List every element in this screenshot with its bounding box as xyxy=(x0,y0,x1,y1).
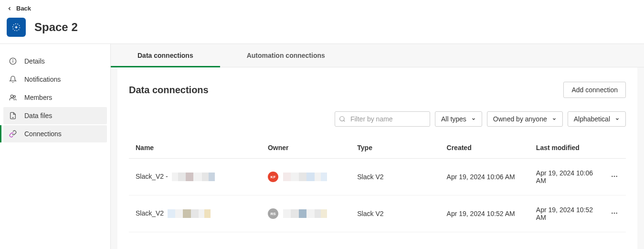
sidebar-item-members[interactable]: Members xyxy=(3,89,107,106)
cell-name: Slack_V2 - xyxy=(129,159,263,195)
more-actions-button[interactable] xyxy=(611,173,621,180)
dropdown-label: Owned by anyone xyxy=(493,115,547,123)
redacted-text xyxy=(283,173,327,181)
sidebar-item-details[interactable]: Details xyxy=(3,53,107,70)
content-area: Data connections Automation connections … xyxy=(111,44,644,249)
filter-type-dropdown[interactable]: All types xyxy=(435,111,482,127)
page-header: Back Space 2 xyxy=(0,0,644,44)
connections-panel: Data connections Add connection All type… xyxy=(117,67,637,249)
back-label: Back xyxy=(16,5,31,12)
svg-point-4 xyxy=(11,95,13,97)
redacted-text xyxy=(172,173,215,181)
cell-modified: Apr 19, 2024 10:52 AM xyxy=(531,195,606,232)
dropdown-label: Alphabetical xyxy=(574,115,610,123)
chevron-down-icon xyxy=(615,117,620,121)
connections-table: Name Owner Type Created Last modified Sl… xyxy=(129,137,626,232)
sidebar-item-connections[interactable]: Connections xyxy=(3,125,107,142)
dots-horizontal-icon xyxy=(611,209,618,217)
back-button[interactable]: Back xyxy=(7,5,637,12)
tab-label: Automation connections xyxy=(247,52,325,59)
tabs: Data connections Automation connections xyxy=(111,44,644,67)
panel-title: Data connections xyxy=(129,85,209,96)
sidebar-item-label: Members xyxy=(24,94,52,101)
redacted-text xyxy=(168,209,211,218)
svg-point-12 xyxy=(612,212,613,214)
avatar: KF xyxy=(268,172,278,182)
space-title-row: Space 2 xyxy=(7,18,637,37)
svg-point-5 xyxy=(13,96,15,97)
cell-modified: Apr 19, 2024 10:06 AM xyxy=(531,159,606,195)
sidebar-item-label: Connections xyxy=(24,130,62,138)
space-icon xyxy=(7,18,26,37)
filters-row: All types Owned by anyone Alphabetical xyxy=(129,111,626,127)
table-row[interactable]: Slack_V2 - KF Slack V2 Apr 19 xyxy=(129,159,626,195)
space-title: Space 2 xyxy=(34,21,78,34)
svg-point-7 xyxy=(340,117,344,121)
svg-point-9 xyxy=(612,175,613,177)
sidebar-item-data-files[interactable]: Data files xyxy=(3,107,107,124)
avatar: RS xyxy=(268,208,278,219)
column-header-owner[interactable]: Owner xyxy=(263,137,352,159)
search-box xyxy=(335,111,430,127)
sidebar: Details Notifications Members Data files… xyxy=(0,44,111,249)
svg-point-3 xyxy=(13,60,13,60)
dots-horizontal-icon xyxy=(611,173,618,180)
file-icon xyxy=(9,112,17,119)
cell-owner: KF xyxy=(263,159,352,195)
dropdown-label: All types xyxy=(441,115,466,123)
cell-owner: RS xyxy=(263,195,352,232)
cell-type: Slack V2 xyxy=(352,159,442,195)
search-icon xyxy=(339,116,346,122)
info-icon xyxy=(9,57,17,65)
filter-by-name-input[interactable] xyxy=(335,111,430,127)
chevron-left-icon xyxy=(7,6,12,11)
sidebar-item-notifications[interactable]: Notifications xyxy=(3,71,107,88)
cell-name: Slack_V2 xyxy=(129,195,263,232)
column-header-actions xyxy=(606,137,626,159)
sidebar-item-label: Details xyxy=(24,57,45,65)
sidebar-item-label: Notifications xyxy=(24,76,61,83)
sort-dropdown[interactable]: Alphabetical xyxy=(568,111,626,127)
svg-point-14 xyxy=(616,212,617,214)
tab-label: Data connections xyxy=(137,52,193,59)
sparkle-badge-icon xyxy=(11,22,21,32)
column-header-name[interactable]: Name xyxy=(129,137,263,159)
filter-owner-dropdown[interactable]: Owned by anyone xyxy=(487,111,563,127)
tab-data-connections[interactable]: Data connections xyxy=(111,44,220,67)
table-row[interactable]: Slack_V2 RS Slack V2 Apr 19, xyxy=(129,195,626,232)
table-header-row: Name Owner Type Created Last modified xyxy=(129,137,626,159)
svg-point-10 xyxy=(614,175,615,177)
svg-point-13 xyxy=(614,212,615,214)
chevron-down-icon xyxy=(552,117,557,121)
column-header-type[interactable]: Type xyxy=(352,137,442,159)
svg-point-11 xyxy=(616,175,617,177)
cell-created: Apr 19, 2024 10:06 AM xyxy=(442,159,531,195)
bell-icon xyxy=(9,76,17,83)
cell-created: Apr 19, 2024 10:52 AM xyxy=(442,195,531,232)
svg-line-8 xyxy=(344,120,345,122)
tab-automation-connections[interactable]: Automation connections xyxy=(220,44,352,67)
members-icon xyxy=(9,94,17,101)
chevron-down-icon xyxy=(471,117,476,121)
cell-type: Slack V2 xyxy=(352,195,442,232)
sidebar-item-label: Data files xyxy=(24,112,52,119)
add-connection-button[interactable]: Add connection xyxy=(563,82,626,98)
more-actions-button[interactable] xyxy=(611,209,621,217)
column-header-modified[interactable]: Last modified xyxy=(531,137,606,159)
column-header-created[interactable]: Created xyxy=(442,137,531,159)
panel-header: Data connections Add connection xyxy=(129,82,626,98)
connections-icon xyxy=(9,130,17,138)
redacted-text xyxy=(283,209,327,218)
